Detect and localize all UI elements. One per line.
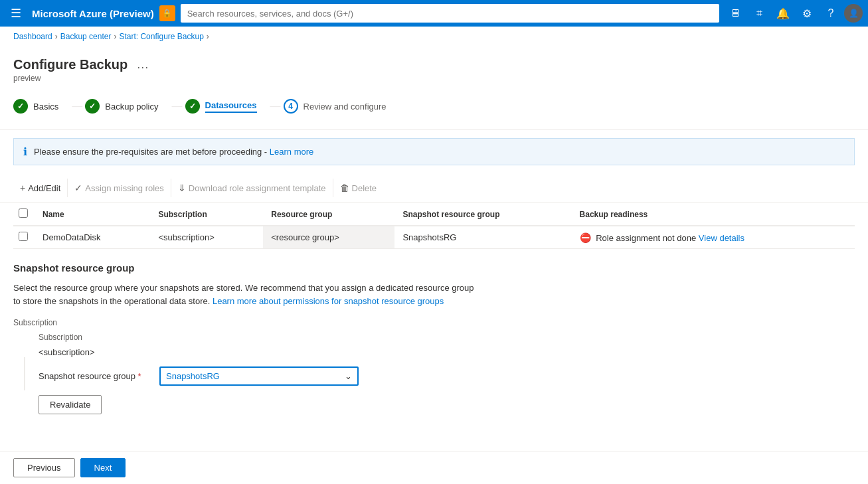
azure-icon: 🔒: [159, 5, 175, 21]
chevron-down-icon: ⌄: [345, 371, 352, 381]
wizard-steps: ✓ Basics — ✓ Backup policy — ✓ Datasourc…: [0, 83, 868, 130]
wizard-step-basics[interactable]: ✓ Basics: [13, 94, 69, 119]
step-sep-1: —: [72, 100, 82, 112]
snapshot-learn-more-link[interactable]: Learn more about permissions for snapsho…: [213, 296, 444, 306]
topbar-icon-group: 🖥 ⌗ 🔔 ⚙ ? 👤: [725, 3, 863, 24]
table-row: DemoDataDisk <subscription> <resource gr…: [13, 226, 855, 249]
add-icon: +: [20, 183, 25, 193]
main-content: Dashboard › Backup center › Start: Confi…: [0, 27, 868, 484]
terminal-icon[interactable]: 🖥: [725, 3, 746, 24]
row-backup-readiness: ⛔ Role assignment not done View details: [572, 226, 855, 249]
page-title: Configure Backup: [13, 57, 128, 72]
snapshot-rg-label: Snapshot resource group *: [39, 371, 151, 381]
required-star: *: [138, 371, 141, 381]
col-header-resource-group: Resource group: [263, 203, 394, 226]
step-basics-label: Basics: [33, 102, 58, 112]
readiness-text: Role assignment not done: [596, 233, 696, 243]
wizard-step-review[interactable]: 4 Review and configure: [284, 94, 397, 119]
bottom-bar: Previous Next: [0, 451, 868, 484]
hamburger-menu-icon[interactable]: ☰: [5, 3, 27, 23]
learn-more-link[interactable]: Learn more: [270, 147, 313, 157]
breadcrumb-dashboard[interactable]: Dashboard: [13, 32, 52, 41]
select-all-checkbox[interactable]: [19, 208, 28, 218]
row-checkbox[interactable]: [19, 232, 28, 241]
snapshot-rg-form-row: Snapshot resource group * SnapshotsRG ⌄: [39, 366, 359, 386]
data-table: Name Subscription Resource group Snapsho…: [13, 203, 855, 249]
row-snapshot-rg: SnapshotsRG: [394, 226, 571, 249]
subscription-label: Subscription: [13, 318, 855, 327]
help-icon[interactable]: ?: [820, 3, 841, 24]
delete-icon: 🗑: [340, 183, 349, 193]
topbar: ☰ Microsoft Azure (Preview) 🔒 🖥 ⌗ 🔔 ⚙ ? …: [0, 0, 868, 27]
step-review-circle: 4: [284, 99, 298, 114]
page-subtitle: preview: [0, 72, 868, 83]
breadcrumb-sep-1: ›: [55, 32, 58, 41]
snapshot-rg-dropdown[interactable]: SnapshotsRG ⌄: [159, 366, 359, 386]
error-icon: ⛔: [580, 232, 591, 243]
step-backup-policy-label: Backup policy: [105, 102, 158, 112]
more-options-button[interactable]: ...: [137, 58, 149, 72]
wizard-step-backup-policy[interactable]: ✓ Backup policy: [85, 94, 169, 119]
col-header-subscription: Subscription: [150, 203, 263, 226]
revalidate-button[interactable]: Revalidate: [39, 395, 102, 414]
table-toolbar: + Add/Edit ✓ Assign missing roles ⇓ Down…: [0, 173, 868, 203]
table-container: Name Subscription Resource group Snapsho…: [0, 203, 868, 249]
next-button[interactable]: Next: [80, 458, 126, 477]
row-checkbox-cell: [13, 226, 35, 249]
page-header: Configure Backup ...: [0, 46, 868, 72]
info-icon: ℹ: [23, 145, 27, 158]
step-datasources-label: Datasources: [205, 100, 257, 113]
step-sep-3: —: [270, 100, 281, 112]
app-title: Microsoft Azure (Preview): [32, 8, 154, 19]
row-name: DemoDataDisk: [35, 226, 150, 249]
info-banner: ℹ Please ensure the pre-requisites are m…: [13, 138, 855, 165]
wizard-step-datasources[interactable]: ✓ Datasources: [185, 94, 268, 119]
select-all-header: [13, 203, 35, 226]
step-datasources-circle: ✓: [185, 99, 200, 114]
checkmark-icon: ✓: [74, 183, 82, 193]
search-input[interactable]: [181, 4, 719, 23]
snapshot-section-title: Snapshot resource group: [13, 262, 855, 274]
breadcrumb-sep-2: ›: [114, 32, 116, 41]
notification-icon[interactable]: 🔔: [772, 3, 794, 24]
col-header-snapshot-rg: Snapshot resource group: [394, 203, 571, 226]
col-header-name: Name: [35, 203, 150, 226]
snapshot-section: Snapshot resource group Select the resou…: [0, 249, 868, 428]
breadcrumb-configure-backup[interactable]: Start: Configure Backup: [119, 32, 203, 41]
step-backup-policy-circle: ✓: [85, 99, 100, 114]
info-banner-text: Please ensure the pre-requisites are met…: [34, 147, 313, 157]
breadcrumb-sep-3: ›: [207, 32, 209, 41]
row-subscription: <subscription>: [150, 226, 263, 249]
download-template-button[interactable]: ⇓ Download role assignment template: [171, 179, 333, 197]
snapshot-description: Select the resource group where your sna…: [13, 282, 478, 307]
step-sep-2: —: [172, 100, 183, 112]
col-header-backup-readiness: Backup readiness: [572, 203, 855, 226]
step-basics-circle: ✓: [13, 99, 28, 114]
assign-missing-roles-button[interactable]: ✓ Assign missing roles: [68, 179, 171, 197]
row-resource-group: <resource group>: [263, 226, 394, 249]
delete-button[interactable]: 🗑 Delete: [333, 179, 384, 197]
subscription-value: <subscription>: [39, 347, 95, 357]
directory-icon[interactable]: ⌗: [748, 3, 770, 24]
breadcrumb: Dashboard › Backup center › Start: Confi…: [0, 27, 868, 46]
avatar[interactable]: 👤: [844, 4, 863, 23]
view-details-link[interactable]: View details: [699, 233, 744, 243]
download-icon: ⇓: [178, 183, 186, 193]
sub-label-inline: Subscription: [39, 333, 359, 342]
breadcrumb-backup-center[interactable]: Backup center: [60, 32, 112, 41]
add-edit-button[interactable]: + Add/Edit: [13, 179, 68, 197]
step-review-label: Review and configure: [304, 102, 387, 112]
settings-icon[interactable]: ⚙: [796, 3, 818, 24]
previous-button[interactable]: Previous: [13, 458, 75, 477]
